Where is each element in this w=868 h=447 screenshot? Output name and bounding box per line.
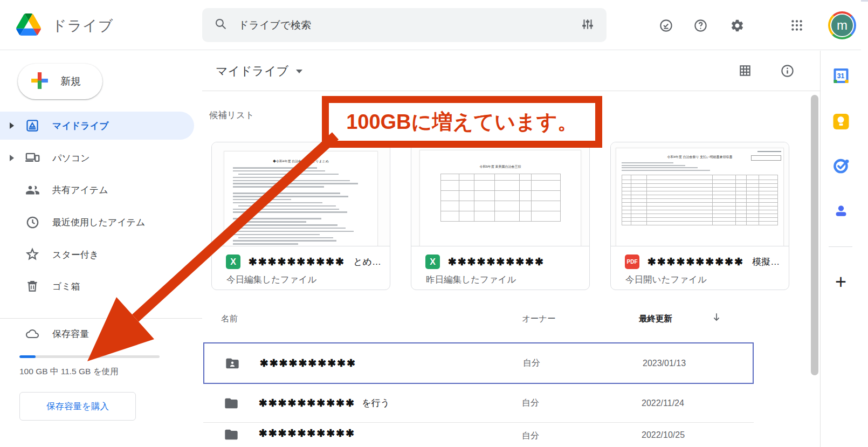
expand-arrow-icon[interactable] xyxy=(10,155,14,161)
keep-icon[interactable] xyxy=(833,114,849,129)
trash-icon xyxy=(25,279,40,294)
column-header-name[interactable]: 名前 xyxy=(221,313,238,325)
file-name-masked: ✱✱✱✱✱✱✱✱✱✱ xyxy=(249,256,345,268)
new-button-label: 新規 xyxy=(60,74,81,88)
file-row[interactable]: ✱✱✱✱✱✱✱✱✱✱ 自分 2023/01/13 xyxy=(203,342,754,384)
row-name-masked: ✱✱✱✱✱✱✱✱✱✱ xyxy=(259,427,355,439)
column-header-owner[interactable]: オーナー xyxy=(522,313,556,325)
file-name-suffix: とめ… xyxy=(353,256,381,268)
sidebar-divider xyxy=(0,318,202,319)
file-row[interactable]: ✱✱✱✱✱✱✱✱✱✱ を行う 自分 2022/11/24 xyxy=(203,384,754,423)
card-reason: 今日編集したファイル xyxy=(226,274,380,286)
people-icon xyxy=(25,182,40,197)
row-modified-date: 2023/01/13 xyxy=(643,359,686,368)
cloud-icon xyxy=(25,326,40,341)
sidebar-item-trash[interactable]: ゴミ箱 xyxy=(0,272,194,300)
row-owner: 自分 xyxy=(522,397,539,409)
search-icon[interactable] xyxy=(214,17,228,33)
suggestions-label: 候補リスト xyxy=(209,109,254,121)
add-addon-plus-icon[interactable]: + xyxy=(835,273,846,291)
row-name-masked: ✱✱✱✱✱✱✱✱✱✱ xyxy=(259,397,355,409)
drive-logo-icon[interactable] xyxy=(16,13,41,36)
row-owner: 自分 xyxy=(522,430,539,442)
folder-icon xyxy=(224,427,239,442)
suggested-file-card[interactable]: 令和5年度 東美園自治会三役 X ✱✱✱✱✱✱✱✱✱✱ 昨日編集したファイル xyxy=(411,142,590,290)
pdf-file-icon: PDF xyxy=(625,255,639,269)
star-icon xyxy=(25,247,40,262)
devices-icon xyxy=(25,150,40,166)
expand-arrow-icon[interactable] xyxy=(10,122,14,129)
storage-progress-fill xyxy=(19,355,36,358)
contacts-icon[interactable] xyxy=(833,203,849,221)
buy-storage-label: 保存容量を購入 xyxy=(46,401,109,412)
search-input[interactable] xyxy=(238,19,581,31)
preview-table xyxy=(440,174,561,222)
tasks-icon[interactable] xyxy=(832,157,849,176)
card-footer: X ✱✱✱✱✱✱✱✱✱✱ とめ… 今日編集したファイル xyxy=(212,246,390,290)
app-title: ドライブ xyxy=(52,16,114,36)
row-modified-date: 2022/10/25 xyxy=(642,430,685,440)
card-footer: PDF ✱✱✱✱✱✱✱✱✱✱ 模擬… 今日開いたファイル xyxy=(611,246,789,290)
sidebar-item-shared[interactable]: 共有アイテム xyxy=(0,176,194,204)
spreadsheet-file-icon: X xyxy=(226,255,240,269)
new-plus-icon xyxy=(30,71,50,93)
folder-icon xyxy=(224,396,239,411)
file-row[interactable]: ✱✱✱✱✱✱✱✱✱✱ 自分 2022/10/25 xyxy=(203,423,754,447)
suggested-file-card[interactable]: ◆令和4年度 自治会だより とりまとめ X ✱✱✱✱✱✱✱✱✱✱ とめ… 今日編… xyxy=(211,142,390,290)
calendar-icon[interactable]: 31 xyxy=(833,68,848,83)
sidebar-item-starred[interactable]: スター付き xyxy=(0,240,194,269)
settings-gear-icon[interactable] xyxy=(725,13,749,38)
header-divider xyxy=(202,91,820,91)
suggested-file-card[interactable]: 令和4年度 自治会祭り 支払い明細書兼領収書 PDF ✱✱✱✱✱✱✱✱✱✱ 模擬… xyxy=(610,142,789,290)
sidebar-item-label: マイドライブ xyxy=(52,120,108,132)
file-preview: 令和5年度 東美園自治会三役 xyxy=(411,142,589,246)
preview-rule xyxy=(757,151,781,152)
file-name-masked: ✱✱✱✱✱✱✱✱✱✱ xyxy=(448,256,545,268)
page-title: マイドライブ xyxy=(216,63,288,79)
search-options-icon[interactable] xyxy=(581,17,595,33)
file-name-suffix: 模擬… xyxy=(752,256,780,268)
sidebar-item-label: 最近使用したアイテム xyxy=(52,216,145,229)
new-button[interactable]: 新規 xyxy=(18,64,102,99)
my-drive-breadcrumb[interactable]: マイドライブ xyxy=(216,63,302,79)
shared-folder-icon xyxy=(225,356,240,371)
card-reason: 昨日編集したファイル xyxy=(426,274,580,286)
column-header-modified[interactable]: 最終更新 xyxy=(639,313,672,325)
side-panel-divider xyxy=(829,246,852,247)
spreadsheet-file-icon: X xyxy=(425,255,440,269)
preview-stamp-box xyxy=(751,155,781,161)
sidebar-item-label: ゴミ箱 xyxy=(52,280,80,293)
sidebar-item-label: 保存容量 xyxy=(52,328,89,340)
account-avatar[interactable]: m xyxy=(828,11,856,39)
annotation-text: 100GBに増えています。 xyxy=(346,108,578,136)
topbar: ドライブ xyxy=(0,0,861,50)
vertical-scrollbar[interactable] xyxy=(811,95,818,375)
left-sidebar: 新規 マイドライブ パソコン 共有アイテム xyxy=(0,51,202,447)
sidebar-item-storage[interactable]: 保存容量 xyxy=(0,320,194,348)
storage-progress-bar xyxy=(19,355,160,358)
google-apps-grid-icon[interactable] xyxy=(784,13,809,38)
offline-status-icon[interactable] xyxy=(653,13,678,38)
sidebar-item-computers[interactable]: パソコン xyxy=(0,144,194,172)
preview-doc-title: 令和5年度 東美園自治会三役 xyxy=(420,164,581,169)
grid-view-toggle-icon[interactable] xyxy=(738,63,753,78)
row-name-masked: ✱✱✱✱✱✱✱✱✱✱ xyxy=(260,357,356,369)
row-modified-date: 2022/11/24 xyxy=(642,398,684,408)
avatar-initial: m xyxy=(837,18,848,33)
sidebar-item-my-drive[interactable]: マイドライブ xyxy=(0,112,194,140)
card-reason: 今日開いたファイル xyxy=(625,274,779,286)
preview-table xyxy=(622,175,778,225)
sort-descending-icon[interactable] xyxy=(711,311,722,325)
sidebar-item-recent[interactable]: 最近使用したアイテム xyxy=(0,208,194,236)
file-preview: ◆令和4年度 自治会だより とりまとめ xyxy=(212,142,390,246)
workspace-side-panel: 31 + xyxy=(820,51,861,447)
sidebar-item-label: スター付き xyxy=(52,249,99,261)
chevron-down-icon xyxy=(296,70,302,77)
search-box[interactable] xyxy=(202,8,607,42)
help-icon[interactable] xyxy=(688,13,713,38)
info-icon[interactable] xyxy=(780,63,795,78)
row-owner: 自分 xyxy=(523,357,540,369)
file-preview: 令和4年度 自治会祭り 支払い明細書兼領収書 xyxy=(611,142,789,246)
buy-storage-button[interactable]: 保存容量を購入 xyxy=(19,392,136,421)
row-name-suffix: を行う xyxy=(362,397,390,409)
